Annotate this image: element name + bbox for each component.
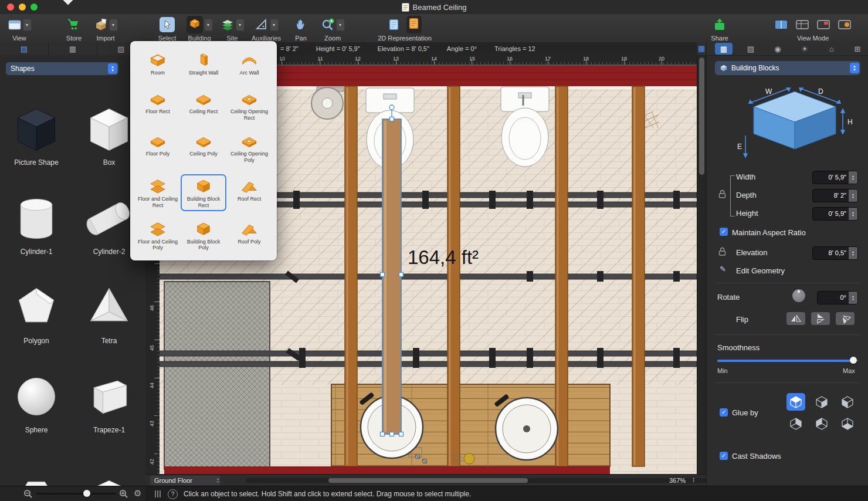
- rep-2d-blue-page-icon[interactable]: [388, 18, 401, 32]
- view-mode-grid-icon[interactable]: [796, 20, 809, 29]
- edit-geometry-button[interactable]: Edit Geometry: [736, 266, 785, 275]
- popover-item-ceiling-rect[interactable]: Ceiling Rect: [181, 87, 226, 124]
- popover-item-floor-and-ceiling-rect[interactable]: Floor and Ceiling Rect: [135, 174, 181, 211]
- selected-beam[interactable]: [382, 119, 401, 434]
- sidebar-tab-plans[interactable]: ▦: [49, 42, 97, 55]
- glue-face-bottom-button[interactable]: [838, 415, 857, 433]
- vertical-scrollbar[interactable]: [697, 55, 707, 474]
- pan-tool[interactable]: Pan: [286, 16, 316, 42]
- shape-item-polygon[interactable]: Polygon: [0, 260, 73, 350]
- flip-horizontal-button[interactable]: [786, 312, 805, 325]
- width-field[interactable]: 0' 5,9"▲▼: [812, 171, 858, 184]
- bottom-wall-red[interactable]: [164, 466, 610, 474]
- cast-shadows-checkbox[interactable]: [720, 452, 728, 460]
- width-label: Width: [736, 172, 755, 181]
- straight-wall-icon: [194, 52, 213, 68]
- elevation-field[interactable]: 8' 0,5"▲▼: [812, 246, 858, 260]
- shape-item-sphere[interactable]: Sphere: [0, 350, 73, 439]
- glue-cube-bottom-right-icon: [815, 417, 829, 431]
- popover-item-building-block-rect[interactable]: Building Block Rect: [181, 174, 226, 211]
- building-tool[interactable]: ▼ Building: [182, 16, 216, 42]
- glue-face-right-button[interactable]: [812, 393, 831, 411]
- popover-item-straight-wall[interactable]: Straight Wall: [181, 48, 226, 79]
- handle-mid-left: [381, 273, 385, 277]
- view-mode-split-icon[interactable]: [775, 20, 788, 29]
- popover-item-arc-wall[interactable]: Arc Wall: [226, 48, 272, 79]
- popover-item-ceiling-opening-rect[interactable]: Ceiling Opening Rect: [226, 87, 272, 124]
- view-mode-elevation-icon[interactable]: [817, 20, 830, 29]
- auxiliaries-dropdown-chevron[interactable]: ▼: [270, 19, 279, 31]
- maintain-aspect-checkbox[interactable]: [720, 228, 728, 236]
- popover-item-floor-rect[interactable]: Floor Rect: [135, 87, 181, 124]
- paper-holder[interactable]: [311, 87, 344, 119]
- elevation-lock-icon[interactable]: [718, 247, 726, 256]
- select-tool[interactable]: Select: [152, 16, 182, 42]
- glue-face-bottom-right-button[interactable]: [812, 415, 831, 433]
- vertical-scrollbar-thumb[interactable]: [699, 57, 704, 175]
- zoom-level-stepper[interactable]: ▲▼: [692, 477, 695, 483]
- glue-by-checkbox[interactable]: [720, 408, 728, 417]
- rotate-knob[interactable]: [792, 289, 805, 302]
- shape-item-partial-1[interactable]: [0, 439, 73, 486]
- depth-lock-icon[interactable]: [718, 189, 726, 198]
- store-tool[interactable]: Store: [59, 16, 89, 42]
- shape-item-tetra[interactable]: Tetra: [73, 260, 145, 350]
- tab-extra[interactable]: ⊞: [849, 43, 866, 55]
- horizontal-scrollbar-thumb[interactable]: [328, 478, 528, 483]
- zoom-in-icon[interactable]: [119, 489, 128, 499]
- popover-item-roof-rect[interactable]: Roof Rect: [226, 174, 272, 211]
- import-tool[interactable]: ▼ Import: [88, 16, 123, 42]
- rep-2d-orange-page-icon: [408, 16, 421, 31]
- popover-item-floor-poly[interactable]: Floor Poly: [135, 129, 181, 166]
- popover-item-ceiling-poly[interactable]: Ceiling Poly: [181, 129, 226, 166]
- tab-camera[interactable]: ◉: [769, 43, 786, 55]
- sidebar-tab-library[interactable]: ▤: [0, 42, 49, 55]
- glue-face-left-button[interactable]: [838, 393, 857, 411]
- depth-label: Depth: [736, 191, 757, 199]
- zoom-out-icon[interactable]: [23, 489, 33, 499]
- canvas-corner-icon[interactable]: ▦: [698, 44, 705, 53]
- share-tool[interactable]: Share: [704, 16, 735, 42]
- floor-select[interactable]: Ground Floor ▲▼: [150, 476, 221, 485]
- depth-field[interactable]: 8' 2"▲▼: [812, 189, 858, 202]
- popover-item-ceiling-opening-poly[interactable]: Ceiling Opening Poly: [226, 129, 272, 166]
- view-tool[interactable]: ▼ View: [4, 16, 35, 42]
- tab-object-properties[interactable]: ▦: [715, 43, 733, 55]
- smoothness-slider-knob[interactable]: [850, 357, 857, 364]
- thumbnail-zoom-slider-knob[interactable]: [83, 490, 90, 497]
- tab-materials[interactable]: ▤: [742, 43, 760, 55]
- auxiliaries-tool[interactable]: ▼ Auxiliaries: [243, 16, 290, 42]
- glue-face-bottom-left-button[interactable]: [786, 415, 805, 433]
- flip-diagonal-button[interactable]: [836, 312, 855, 325]
- shape-item-partial-2[interactable]: [73, 439, 145, 486]
- shape-item-trapeze-1[interactable]: Trapeze-1: [73, 350, 145, 439]
- tab-building[interactable]: ⌂: [823, 43, 840, 55]
- shape-item-picture-shape[interactable]: Picture Shape: [0, 82, 73, 171]
- shape-item-cylinder-1[interactable]: Cylinder-1: [0, 171, 73, 260]
- rep-2d-orange-active-bg[interactable]: [406, 16, 422, 33]
- thumbnail-zoom-slider[interactable]: [36, 493, 116, 495]
- toilet-2[interactable]: [501, 87, 549, 167]
- mesh-area[interactable]: [164, 282, 270, 469]
- popover-item-room[interactable]: Room: [135, 48, 181, 79]
- inspector-category-select[interactable]: Building Blocks ▲▼: [715, 61, 860, 75]
- rotate-field[interactable]: 0°▲▼: [817, 291, 858, 304]
- tab-light[interactable]: ☀: [796, 43, 813, 55]
- popover-item-building-block-poly[interactable]: Building Block Poly: [181, 217, 226, 254]
- view-mode-3d-icon[interactable]: [838, 20, 851, 29]
- view-dropdown-chevron[interactable]: ▼: [23, 19, 32, 31]
- zoom-tool[interactable]: ▼ Zoom: [316, 16, 350, 42]
- glue-face-top-button[interactable]: [786, 393, 805, 411]
- popover-item-floor-and-ceiling-poly[interactable]: Floor and Ceiling Poly: [135, 217, 181, 254]
- grip-icon[interactable]: [155, 490, 162, 497]
- smoothness-slider[interactable]: [717, 360, 858, 362]
- import-dropdown-chevron[interactable]: ▼: [109, 19, 118, 31]
- height-field[interactable]: 0' 5,9"▲▼: [812, 207, 858, 221]
- shapes-category-select[interactable]: Shapes ▲▼: [6, 62, 118, 75]
- help-button[interactable]: ?: [168, 489, 178, 499]
- zoom-dropdown-chevron[interactable]: ▼: [336, 19, 345, 31]
- flip-vertical-button[interactable]: [811, 312, 830, 325]
- building-dropdown-chevron[interactable]: ▼: [204, 19, 213, 31]
- gear-icon[interactable]: ⚙: [134, 488, 141, 499]
- popover-item-roof-poly[interactable]: Roof Poly: [226, 217, 272, 254]
